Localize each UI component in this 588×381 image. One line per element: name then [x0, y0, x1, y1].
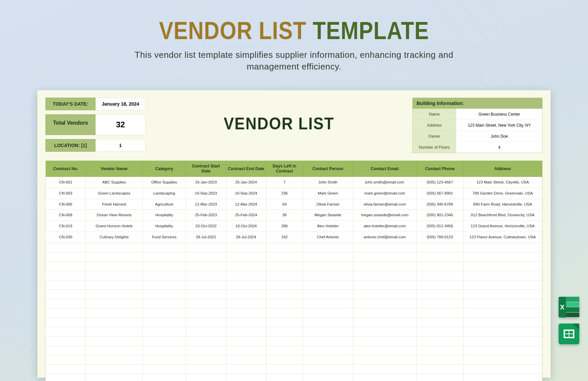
building-row-label: Name	[413, 109, 456, 120]
building-info-header: Building Information:	[413, 98, 542, 109]
table-cell: 266	[266, 221, 303, 232]
table-cell: 7	[266, 177, 303, 188]
building-row-label: Number of Floors	[413, 142, 456, 153]
table-cell: Food Services	[143, 232, 186, 243]
table-cell: Agriculture	[143, 199, 186, 210]
table-cell: 12-Mar-2024	[226, 199, 266, 210]
table-cell: megan.seaside@email.com	[353, 210, 417, 221]
location-pair: LOCATION: [1] 1	[45, 139, 146, 152]
table-row-empty	[46, 261, 542, 271]
table-row-empty	[46, 346, 542, 355]
table-cell: Grand Horizon Hotels	[86, 221, 143, 232]
building-info-row: NameGreen Business Center	[413, 109, 542, 120]
building-info-row: OwnerJohn Doe	[413, 131, 542, 142]
table-cell: 10-Sep-2023	[186, 188, 226, 199]
column-header: Contact Person	[303, 161, 353, 177]
column-header: Address	[463, 161, 542, 177]
table-cell: Mark Green	[303, 188, 353, 199]
table-row-empty	[46, 271, 542, 280]
table-cell: 123 Flavor Avenue, Culinarytown, USA	[463, 232, 542, 243]
hero-subtitle: This vendor list template simplifies sup…	[110, 49, 478, 73]
table-row-empty	[46, 252, 542, 261]
column-header: Contract End Date	[226, 161, 266, 177]
table-cell: 890 Farm Road, Harvestville, USA	[463, 199, 542, 210]
table-cell: 10-Oct-2022	[186, 221, 226, 232]
total-vendors-value: 32	[96, 114, 146, 135]
table-header-row: Contract No.Vendor NameCategoryContract …	[46, 161, 542, 177]
todays-date-label: TODAY'S DATE:	[45, 98, 96, 110]
table-cell: CN-030	[46, 232, 86, 243]
table-cell: CN-005	[46, 199, 86, 210]
table-cell: 236	[266, 188, 303, 199]
sheet-top-row: TODAY'S DATE: January 18, 2024 Total Ven…	[45, 98, 543, 156]
location-label: LOCATION: [1]	[45, 139, 96, 152]
total-vendors-label: Total Vendors	[45, 114, 96, 135]
table-row-empty	[46, 280, 542, 289]
todays-date-value: January 18, 2024	[96, 98, 146, 110]
hero-title: VENDOR LIST TEMPLATE	[0, 16, 588, 45]
table-row-empty	[46, 327, 542, 336]
table-cell: 192	[266, 232, 303, 243]
table-cell: CN-009	[46, 210, 86, 221]
sheet-title: VENDOR LIST	[152, 96, 406, 133]
column-header: Contact Phone	[417, 161, 463, 177]
hero-title-part2: TEMPLATE	[313, 17, 429, 45]
table-cell: John Smith	[303, 177, 353, 188]
table-cell: Hospitality	[143, 221, 186, 232]
building-row-value: Green Business Center	[456, 109, 542, 120]
table-cell: 12-Mar-2023	[186, 199, 226, 210]
table-cell: john.smith@email.com	[353, 177, 417, 188]
table-row: CN-019Grand Horizon HotelsHospitality10-…	[46, 221, 542, 232]
table-cell: Fresh Harvest	[86, 199, 143, 210]
table-cell: Ocean View Resorts	[86, 210, 143, 221]
building-row-value: 123 Main Street, New York City, NY	[456, 120, 542, 131]
table-cell: 789 Garden Drive, Greenvale, USA	[463, 188, 542, 199]
building-info-row: Number of Floors4	[413, 142, 542, 153]
building-info-box: Building Information: NameGreen Business…	[412, 98, 543, 153]
table-row: CN-009Ocean View ResortsHospitality25-Fe…	[46, 210, 542, 221]
column-header: Contact Email	[353, 161, 417, 177]
table-cell: (555) 789-0123	[417, 232, 463, 243]
table-cell: 012 Beachfront Blvd, Oceancity, USA	[463, 210, 542, 221]
building-row-value: John Doe	[456, 131, 542, 142]
table-cell: 15-Jan-2023	[186, 177, 226, 188]
table-row: CN-030Culinary DelightsFood Services28-J…	[46, 232, 542, 243]
column-header: Category	[143, 161, 186, 177]
location-value: 1	[96, 139, 146, 152]
table-cell: 38	[266, 210, 303, 221]
table-cell: Olivia Farmer	[303, 199, 353, 210]
table-row-empty	[46, 289, 542, 299]
table-cell: Green Landscapes	[86, 188, 143, 199]
hero-title-part1: VENDOR LIST	[159, 17, 306, 45]
total-vendors-pair: Total Vendors 32	[45, 114, 146, 135]
table-row-empty	[46, 243, 542, 252]
table-cell: 28-Jul-2022	[186, 232, 226, 243]
table-cell: 25-Feb-2024	[226, 210, 266, 221]
table-cell: 123 Grand Avenue, Horizonville, USA	[463, 221, 542, 232]
table-cell: 28-Jul-2024	[226, 232, 266, 243]
table-row: CN-001ABC SuppliesOffice Supplies15-Jan-…	[46, 177, 542, 188]
table-cell: mark.green@email.com	[353, 188, 417, 199]
table-cell: 123 Main Street, Cityville, USA	[463, 177, 542, 188]
table-cell: Landscaping	[143, 188, 186, 199]
google-sheets-icon[interactable]	[559, 324, 579, 344]
table-row-empty	[46, 318, 542, 327]
hero: VENDOR LIST TEMPLATE This vendor list te…	[0, 0, 588, 73]
table-cell: (555) 901-2345	[417, 210, 463, 221]
building-row-value: 4	[456, 142, 542, 153]
table-cell: (555) 012-3456	[417, 221, 463, 232]
table-cell: CN-019	[46, 221, 86, 232]
table-cell: 25-Jan-2024	[226, 177, 266, 188]
table-row: CN-005Fresh HarvestAgriculture12-Mar-202…	[46, 199, 542, 210]
table-row-empty	[46, 299, 542, 308]
table-cell: 25-Feb-2023	[186, 210, 226, 221]
table-row: CN-003Green LandscapesLandscaping10-Sep-…	[46, 188, 542, 199]
excel-icon[interactable]: X	[559, 297, 579, 318]
table-row-empty	[46, 374, 542, 381]
building-info-row: Address123 Main Street, New York City, N…	[413, 120, 542, 131]
table-row-empty	[46, 355, 542, 364]
column-header: Vendor Name	[86, 161, 143, 177]
table-cell: alex.hotelier@email.com	[353, 221, 417, 232]
table-cell: olivia.farmer@email.com	[353, 199, 417, 210]
table-row-empty	[46, 308, 542, 318]
